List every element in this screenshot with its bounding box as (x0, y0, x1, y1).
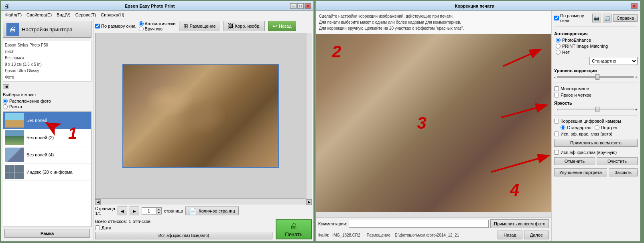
h-scroll-bottom[interactable] (316, 212, 551, 217)
comment-input[interactable] (349, 220, 489, 228)
left-close-button[interactable]: ✕ (305, 3, 311, 9)
radio-frame[interactable]: Рамка (3, 104, 91, 109)
next-page-button[interactable]: ▶ (130, 207, 139, 215)
bottom-row: Всего оттисков: 1 оттисков Дата Исп.эф.к… (95, 217, 312, 239)
photo-frame: ➤ (122, 64, 279, 168)
standard-select[interactable]: Стандартно Пейзаж Портрет Ночная сцена (589, 57, 638, 65)
instruction-line1: Сделайте настройки коррекции изображений… (319, 13, 548, 19)
preview-area[interactable]: ➤ (95, 33, 306, 199)
fit-window-check[interactable]: По размеру окна (95, 24, 136, 28)
spinner-up[interactable]: ▲ (156, 207, 162, 211)
vivid-check[interactable]: Яркое и четкое (554, 93, 638, 97)
clear-button[interactable]: Очистить (597, 157, 638, 165)
help-button[interactable]: Справка (613, 14, 638, 22)
monochrome-check[interactable]: Монохромное (554, 86, 638, 91)
portrait-enhance-button[interactable]: Улучшение портрета (554, 168, 607, 176)
brightness-slider-track[interactable] (557, 109, 634, 110)
radio-none[interactable]: Нет (556, 50, 638, 55)
menu-file[interactable]: Файл(F) (3, 12, 24, 18)
menu-view[interactable]: Вид(V) (54, 12, 73, 18)
right-close-button[interactable]: ✕ (631, 3, 638, 9)
maximize-button[interactable]: □ (297, 3, 304, 9)
redeye-auto-check[interactable]: Исп. эф. крас. глаз (авто) (554, 132, 638, 136)
print-button[interactable]: 🖨 Печать (276, 219, 312, 239)
scroll-right[interactable]: ▶ (306, 199, 312, 205)
menu-help[interactable]: Справка(H) (98, 12, 126, 18)
separator-2 (554, 83, 638, 83)
preview-hscroll[interactable]: ◀ ▶ (95, 199, 312, 205)
layout-item-0[interactable]: Без полей (3, 112, 91, 129)
photo-icon-btn2[interactable]: 🔄 (603, 14, 611, 22)
left-content: 🖨 Настройки принтера Epson Stylus Photo … (1, 19, 313, 241)
menu-service[interactable]: Сервис(T) (73, 12, 99, 18)
radio-auto[interactable]: Автоматически (139, 21, 176, 26)
page-count-button[interactable]: 📄 Колич-во страниц (185, 207, 238, 215)
date-label: Дата (102, 225, 111, 230)
menu-properties[interactable]: Свойства(E) (24, 12, 54, 18)
frame-button[interactable]: Рамка (4, 229, 90, 238)
layout-item-3[interactable]: Индекс (20 с информа (3, 164, 91, 181)
printer-settings-label: Настройки принтера (22, 26, 73, 32)
date-check-row[interactable]: Дата (95, 225, 272, 230)
date-checkbox[interactable] (95, 225, 100, 230)
top-panel-row: По размеру окна 📷 🔄 Справка (554, 13, 638, 23)
separator-1 (554, 26, 638, 26)
file-name: IMG_1828.CR2 (332, 233, 360, 237)
fit-window-check-right[interactable]: По размеру окна (554, 13, 591, 23)
comments-row: Комментарии: Применить ко всем фото (316, 217, 551, 230)
scroll-left-arrow[interactable]: ◀ (3, 84, 9, 89)
photo-icon-btn1[interactable]: 📷 (592, 14, 601, 22)
apply-all-button-2[interactable]: Применить ко всем фото (554, 139, 638, 147)
correction-button[interactable]: 🖼 Корр. изобр. (223, 21, 265, 31)
photo-preview-area[interactable]: 2 3 4 (316, 34, 551, 212)
close-right-button[interactable]: Закрыть (609, 168, 638, 176)
scroll-left[interactable]: ◀ (95, 199, 101, 205)
placement-button[interactable]: ⊞ Размещение (179, 21, 220, 31)
layout-item-1[interactable]: Без полей (2) (3, 129, 91, 146)
radio-manual[interactable]: Вручную (139, 26, 176, 31)
menu-bar: Файл(F) Свойства(E) Вид(V) Сервис(T) Спр… (1, 11, 313, 19)
back-icon: ↩ (272, 23, 277, 29)
autocorrect-options: PhotoEnhance PRINT Image Matching Нет (554, 38, 638, 55)
level-slider-track[interactable] (557, 76, 634, 78)
radio-standard[interactable]: Стандартно (561, 125, 591, 130)
cancel-button[interactable]: Отменить (554, 157, 595, 165)
print-icon: 🖨 (290, 221, 298, 231)
print-label: Печать (285, 231, 303, 237)
printer-settings-button[interactable]: 🖨 Настройки принтера (3, 21, 91, 38)
page-input[interactable] (142, 207, 156, 215)
bottom-left: Всего оттисков: 1 оттисков Дата Исп.эф.к… (95, 219, 272, 239)
spinner-down[interactable]: ▼ (156, 211, 162, 215)
level-plus: + (635, 75, 638, 79)
radio-photenhance[interactable]: PhotoEnhance (556, 38, 638, 43)
toolbar-row: По размеру окна Автоматически Вручную ⊞ … (95, 21, 312, 31)
layout-section-label: Выберите макет (3, 92, 91, 97)
radio-print-image-matching[interactable]: PRINT Image Matching (556, 44, 638, 49)
layout-thumb-0 (5, 113, 24, 128)
layout-thumb-1 (5, 130, 24, 145)
printer-info: Epson Stylus Photo P50 Лист Без рамки 9 … (3, 41, 91, 82)
preview-vscroll[interactable] (306, 33, 312, 199)
redeye-all-button[interactable]: Исп.эф.крас.глаз Все(авто) (95, 232, 272, 239)
digital-cam-check[interactable]: Коррекция цифровой камеры (554, 119, 638, 124)
total-unit: оттисков (133, 219, 151, 224)
redeye-manual-check[interactable]: Исп.эф.крас.глаз (вручную) (554, 150, 638, 155)
apply-all-button[interactable]: Применить ко всем фото (490, 219, 549, 228)
radio-photo-placement[interactable]: Расположение фото (3, 99, 91, 103)
right-title-bar: Коррекция печати ✕ (316, 1, 640, 11)
file-back-button[interactable]: Назад (498, 231, 522, 239)
preview-container: ➤ (95, 33, 312, 199)
autocorrect-title: Автокоррекция (554, 31, 638, 36)
back-button[interactable]: ↩ Назад (268, 21, 296, 31)
brightness-slider-thumb[interactable] (595, 107, 599, 112)
printer-icon: 🖨 (6, 23, 19, 36)
minimize-button[interactable]: ─ (290, 3, 297, 9)
radio-portrait[interactable]: Портрет (595, 125, 618, 130)
prev-page-button[interactable]: ◀ (118, 207, 127, 215)
pages-icon: 📄 (189, 207, 197, 215)
file-next-button[interactable]: Далее (524, 231, 549, 239)
printer-paper: Epson Ultra Glossy (5, 68, 89, 74)
level-slider-thumb[interactable] (595, 74, 599, 80)
layout-item-2[interactable]: Без полей (4) (3, 146, 91, 164)
layout-thumb-3 (5, 165, 24, 179)
